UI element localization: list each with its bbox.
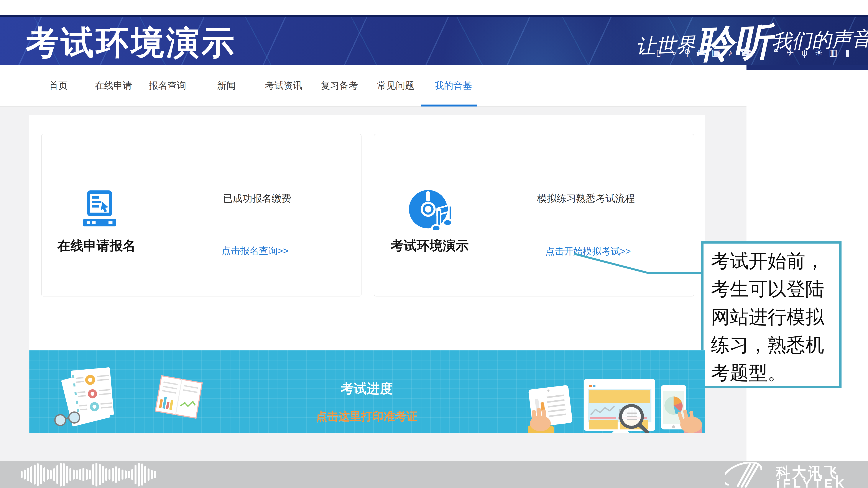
waveform-bar [21,471,23,478]
documents-illustration [48,365,132,433]
page-title: 考试环境演示 [26,21,237,65]
waveform-bar [53,468,55,481]
tv-icon: ▣ [712,47,720,58]
waveform-bar [151,470,153,479]
print-admission-ticket-link[interactable]: 点击这里打印准考证 [282,409,452,424]
brochure-illustration [148,373,211,425]
waveform-bar [83,468,85,481]
waveform-bar [92,464,94,485]
gas-pump-icon: ▮ [843,47,852,58]
waveform-bar [112,467,114,482]
microphone-icon: ψ [800,47,809,58]
active-tab-underline [421,104,477,106]
waveform-bar [134,465,136,484]
nav-item-query[interactable]: 报名查询 [149,79,186,92]
brand-name-english: iFLYTEK [776,476,847,488]
waveform-bar [105,468,107,481]
callout-line [564,247,716,280]
nav-item-home[interactable]: 首页 [49,79,68,92]
laptop-icon [77,190,122,229]
banner-title: 考试进度 [300,380,434,397]
waveform-bar [154,471,156,478]
demo-status-text: 模拟练习熟悉考试流程 [510,192,662,205]
waveform-bar [95,463,97,486]
nav-item-faq[interactable]: 常见问题 [377,79,414,92]
pulse-icon: ∿ [669,47,677,58]
phone-icon: ▯ [654,47,663,58]
nav-item-review[interactable]: 复习备考 [321,79,358,92]
chat-icon: ❝ [771,47,780,58]
waveform-bar [50,470,52,479]
waveform-bar [63,463,65,486]
waveform-bar [115,466,117,483]
slogan-part2: 聆听 [695,21,773,65]
waveform-bar [30,466,32,483]
iflytek-swoosh-icon [725,462,774,488]
brand-slogan: 让世界聆听我们的声音 [635,13,867,72]
apply-status-text: 已成功报名缴费 [180,192,334,205]
devices-illustration [519,375,702,433]
music-note-icon: ♪ [726,47,735,58]
nav-item-myyinji[interactable]: 我的音基 [435,79,472,92]
waveform-bar [99,464,101,485]
waveform-bar [128,471,130,478]
waveform-bar [102,466,104,483]
monitor [584,379,655,433]
waveform-bar [138,463,140,486]
waveform-bar [24,469,26,480]
search-icon: ⚲ [683,47,691,58]
waveform-bar [66,466,68,483]
nav-item-news[interactable]: 新闻 [217,79,236,92]
card-title-online-apply: 在线申请报名 [58,237,135,255]
waveform-bar [37,463,39,486]
airplane-icon: ✈ [786,47,795,58]
waveform-bar [79,469,81,480]
waveform-bar [122,469,123,480]
waveform-bar [69,468,71,481]
waveform-bar [148,468,150,481]
card-title-exam-demo: 考试环境演示 [391,237,469,255]
annotation-text: 考试开始前， 考生可以登陆 网站进行模拟 练习，熟悉机 考题型。 [704,243,839,387]
waveform-bar [86,469,88,480]
header-icon-row: ▯ ∿ ⚲ ✉ ▣ ♪ ☎ ❝ ✈ ψ ☀ ▥ ▮ [654,47,852,58]
sun-icon: ☀ [814,47,823,58]
waveform-bar [131,469,133,480]
waveform-bar [34,464,36,485]
query-registration-link[interactable]: 点击报名查询>> [180,245,330,257]
waveform-bar [27,468,29,481]
waveform-bar [144,466,146,483]
waveform-bar [76,470,78,479]
mail-icon: ✉ [697,47,706,58]
waveform-bar [43,467,45,482]
waveform-bar [73,469,75,480]
waveform-bar [60,463,62,486]
handset-icon: ☎ [740,47,751,58]
cd-music-icon [407,187,455,230]
waveform-bar [108,469,111,480]
slide: 考试环境演示 让世界聆听我们的声音 ▯ ∿ ⚲ ✉ ▣ ♪ ☎ ❝ ✈ ψ ☀ … [0,0,868,488]
waveform-bar [125,470,127,479]
waveform-bar [118,468,120,481]
waveform-bar [56,465,58,484]
cart-icon: ▥ [829,47,837,58]
annotation-box: 考试开始前， 考生可以登陆 网站进行模拟 练习，熟悉机 考题型。 [701,241,841,388]
nav-item-apply[interactable]: 在线申请 [95,79,132,92]
waveform-logo [21,464,156,485]
waveform-bar [89,470,91,479]
waveform-bar [46,469,49,480]
waveform-bar [40,465,42,484]
waveform-bar [141,463,143,486]
nav-item-examinfo[interactable]: 考试资讯 [265,79,302,92]
